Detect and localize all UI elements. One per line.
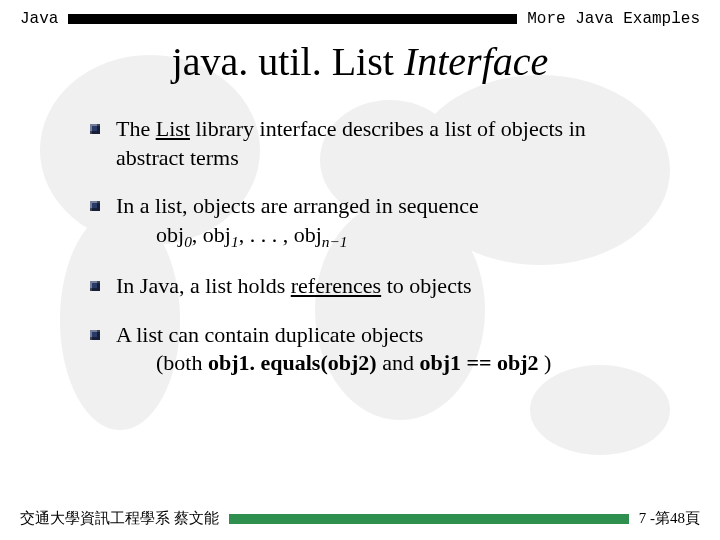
header-bar bbox=[68, 14, 517, 24]
title-interface: Interface bbox=[394, 39, 548, 84]
bullet-2: In a list, objects are arranged in seque… bbox=[90, 192, 650, 252]
title-package: java. util. List bbox=[172, 39, 394, 84]
bullet-3: In Java, a list holds references to obje… bbox=[90, 272, 650, 301]
footer-right: 7 -第48頁 bbox=[629, 509, 700, 528]
header-left: Java bbox=[20, 10, 68, 28]
bullet-list: The List library interface describes a l… bbox=[90, 115, 650, 378]
bullet-1: The List library interface describes a l… bbox=[90, 115, 650, 172]
slide-header: Java More Java Examples bbox=[0, 0, 720, 28]
slide-title: java. util. List Interface bbox=[0, 38, 720, 85]
header-right: More Java Examples bbox=[517, 10, 700, 28]
identity-expr: obj1 == obj2 bbox=[419, 350, 538, 375]
footer-bar bbox=[229, 514, 629, 524]
underline-list: List bbox=[156, 116, 190, 141]
equals-expr: obj1. equals(obj2) bbox=[208, 350, 377, 375]
footer-left: 交通大學資訊工程學系 蔡文能 bbox=[20, 509, 229, 528]
underline-references: references bbox=[291, 273, 381, 298]
slide-footer: 交通大學資訊工程學系 蔡文能 7 -第48頁 bbox=[0, 509, 720, 528]
bullet-4: A list can contain duplicate objects (bo… bbox=[90, 321, 650, 378]
sequence-notation: obj0, obj1, . . . , objn−1 bbox=[156, 221, 650, 252]
duplicate-note: (both obj1. equals(obj2) and obj1 == obj… bbox=[156, 349, 650, 378]
